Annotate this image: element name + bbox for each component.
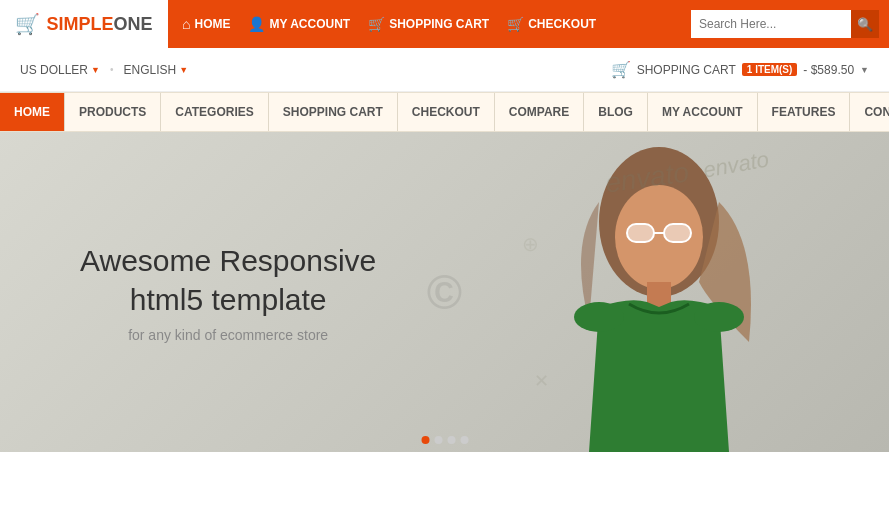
cart-summary-icon: 🛒 <box>611 60 631 79</box>
svg-rect-3 <box>664 224 691 242</box>
checkout-icon: 🛒 <box>507 16 524 32</box>
top-bar: 🛒 SIMPLEONE ⌂ HOME 👤 MY ACCOUNT 🛒 SHOPPI… <box>0 0 889 48</box>
svg-rect-5 <box>647 282 671 307</box>
top-nav-shopping-cart[interactable]: 🛒 SHOPPING CART <box>368 16 489 32</box>
middle-bar: US DOLLER ▼ • ENGLISH ▼ 🛒 SHOPPING CART … <box>0 48 889 92</box>
search-input[interactable] <box>691 10 851 38</box>
nav-blog[interactable]: BLOG <box>584 93 648 131</box>
nav-shopping-cart[interactable]: SHOPPING CART <box>269 93 398 131</box>
top-nav-home[interactable]: ⌂ HOME <box>182 16 230 32</box>
nav-my-account[interactable]: MY ACCOUNT <box>648 93 758 131</box>
main-nav: HOME PRODUCTS CATEGORIES SHOPPING CART C… <box>0 92 889 132</box>
top-nav-checkout[interactable]: 🛒 CHECKOUT <box>507 16 596 32</box>
nav-checkout[interactable]: CHECKOUT <box>398 93 495 131</box>
decorative-circle: ⊕ <box>522 232 539 256</box>
cart-dropdown-icon: ▼ <box>860 65 869 75</box>
separator: • <box>110 64 114 75</box>
cart-logo-icon: 🛒 <box>15 12 40 36</box>
dot-3[interactable] <box>447 436 455 444</box>
cart-summary[interactable]: 🛒 SHOPPING CART 1 ITEM(S) - $589.50 ▼ <box>611 60 869 79</box>
nav-products[interactable]: PRODUCTS <box>65 93 161 131</box>
svg-point-7 <box>694 302 744 332</box>
carousel-dots <box>421 436 468 444</box>
currency-arrow-icon: ▼ <box>91 65 100 75</box>
logo-text: SIMPLEONE <box>46 14 152 35</box>
dot-2[interactable] <box>434 436 442 444</box>
currency-language-selectors: US DOLLER ▼ • ENGLISH ▼ <box>20 63 188 77</box>
svg-point-6 <box>574 302 624 332</box>
user-icon: 👤 <box>248 16 265 32</box>
search-area: 🔍 <box>691 10 879 38</box>
nav-home[interactable]: HOME <box>0 93 65 131</box>
cart-badge: 1 ITEM(S) <box>742 63 798 76</box>
dot-4[interactable] <box>460 436 468 444</box>
dot-1[interactable] <box>421 436 429 444</box>
nav-compare[interactable]: COMPARE <box>495 93 584 131</box>
hero-subtext: for any kind of ecommerce store <box>80 327 376 343</box>
language-arrow-icon: ▼ <box>179 65 188 75</box>
top-nav: ⌂ HOME 👤 MY ACCOUNT 🛒 SHOPPING CART 🛒 CH… <box>168 16 691 32</box>
language-selector[interactable]: ENGLISH ▼ <box>123 63 188 77</box>
hero-headline: Awesome Responsivehtml5 template <box>80 241 376 319</box>
decorative-x: ✕ <box>534 370 549 392</box>
cart-icon: 🛒 <box>368 16 385 32</box>
watermark-text: © <box>427 265 462 320</box>
home-icon: ⌂ <box>182 16 190 32</box>
top-nav-my-account[interactable]: 👤 MY ACCOUNT <box>248 16 350 32</box>
nav-features[interactable]: FEATURES <box>758 93 851 131</box>
search-button[interactable]: 🔍 <box>851 10 879 38</box>
svg-rect-2 <box>627 224 654 242</box>
nav-categories[interactable]: CATEGORIES <box>161 93 268 131</box>
nav-contact[interactable]: CONTACT <box>850 93 889 131</box>
currency-selector[interactable]: US DOLLER ▼ <box>20 63 100 77</box>
hero-section: © envato Awesome Responsivehtml5 templat… <box>0 132 889 452</box>
logo: 🛒 SIMPLEONE <box>0 0 168 48</box>
hero-text-block: Awesome Responsivehtml5 template for any… <box>80 241 376 343</box>
